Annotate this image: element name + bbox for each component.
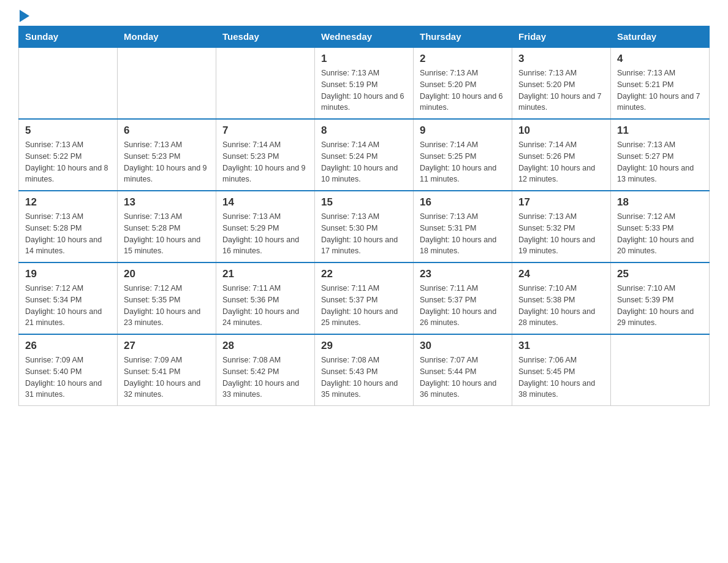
calendar-cell: 24Sunrise: 7:10 AM Sunset: 5:38 PM Dayli… xyxy=(512,262,611,334)
calendar-cell: 10Sunrise: 7:14 AM Sunset: 5:26 PM Dayli… xyxy=(512,119,611,191)
calendar-cell: 11Sunrise: 7:13 AM Sunset: 5:27 PM Dayli… xyxy=(611,119,710,191)
calendar-cell: 1Sunrise: 7:13 AM Sunset: 5:19 PM Daylig… xyxy=(315,47,414,119)
day-number: 27 xyxy=(124,340,210,352)
calendar-cell: 12Sunrise: 7:13 AM Sunset: 5:28 PM Dayli… xyxy=(19,191,118,262)
day-sun-info: Sunrise: 7:12 AM Sunset: 5:33 PM Dayligh… xyxy=(617,211,703,257)
day-sun-info: Sunrise: 7:07 AM Sunset: 5:44 PM Dayligh… xyxy=(420,354,506,400)
day-sun-info: Sunrise: 7:11 AM Sunset: 5:37 PM Dayligh… xyxy=(321,283,407,329)
day-number: 20 xyxy=(124,268,210,280)
calendar-cell: 21Sunrise: 7:11 AM Sunset: 5:36 PM Dayli… xyxy=(216,262,315,334)
day-sun-info: Sunrise: 7:13 AM Sunset: 5:20 PM Dayligh… xyxy=(518,67,604,113)
calendar-cell: 5Sunrise: 7:13 AM Sunset: 5:22 PM Daylig… xyxy=(19,119,118,191)
calendar-table: SundayMondayTuesdayWednesdayThursdayFrid… xyxy=(18,26,710,406)
logo xyxy=(18,12,29,20)
weekday-header-friday: Friday xyxy=(512,26,611,48)
day-sun-info: Sunrise: 7:13 AM Sunset: 5:21 PM Dayligh… xyxy=(617,67,703,113)
calendar-cell: 23Sunrise: 7:11 AM Sunset: 5:37 PM Dayli… xyxy=(414,262,512,334)
day-number: 9 xyxy=(420,124,506,137)
day-number: 8 xyxy=(321,124,407,137)
calendar-cell: 26Sunrise: 7:09 AM Sunset: 5:40 PM Dayli… xyxy=(19,334,118,406)
week-row-4: 19Sunrise: 7:12 AM Sunset: 5:34 PM Dayli… xyxy=(19,262,710,334)
day-number: 4 xyxy=(617,53,703,65)
day-sun-info: Sunrise: 7:11 AM Sunset: 5:37 PM Dayligh… xyxy=(420,283,506,329)
calendar-cell xyxy=(611,334,710,406)
day-number: 3 xyxy=(518,53,604,65)
calendar-cell xyxy=(118,47,216,119)
day-sun-info: Sunrise: 7:14 AM Sunset: 5:23 PM Dayligh… xyxy=(222,139,308,185)
calendar-cell: 31Sunrise: 7:06 AM Sunset: 5:45 PM Dayli… xyxy=(512,334,611,406)
calendar-cell: 8Sunrise: 7:14 AM Sunset: 5:24 PM Daylig… xyxy=(315,119,414,191)
calendar-cell: 16Sunrise: 7:13 AM Sunset: 5:31 PM Dayli… xyxy=(414,191,512,262)
weekday-header-saturday: Saturday xyxy=(611,26,710,48)
day-sun-info: Sunrise: 7:14 AM Sunset: 5:24 PM Dayligh… xyxy=(321,139,407,185)
page-header xyxy=(18,12,710,20)
calendar-cell xyxy=(19,47,118,119)
day-number: 17 xyxy=(518,196,604,209)
day-sun-info: Sunrise: 7:12 AM Sunset: 5:34 PM Dayligh… xyxy=(25,283,111,329)
day-sun-info: Sunrise: 7:13 AM Sunset: 5:31 PM Dayligh… xyxy=(420,211,506,257)
day-number: 28 xyxy=(222,340,308,352)
weekday-header-sunday: Sunday xyxy=(19,26,118,48)
calendar-cell: 13Sunrise: 7:13 AM Sunset: 5:28 PM Dayli… xyxy=(118,191,216,262)
day-number: 10 xyxy=(518,124,604,137)
day-number: 21 xyxy=(222,268,308,280)
day-sun-info: Sunrise: 7:13 AM Sunset: 5:27 PM Dayligh… xyxy=(617,139,703,185)
day-sun-info: Sunrise: 7:13 AM Sunset: 5:29 PM Dayligh… xyxy=(222,211,308,257)
day-number: 19 xyxy=(25,268,111,280)
day-number: 22 xyxy=(321,268,407,280)
day-sun-info: Sunrise: 7:08 AM Sunset: 5:43 PM Dayligh… xyxy=(321,354,407,400)
day-sun-info: Sunrise: 7:10 AM Sunset: 5:39 PM Dayligh… xyxy=(617,283,703,329)
week-row-3: 12Sunrise: 7:13 AM Sunset: 5:28 PM Dayli… xyxy=(19,191,710,262)
calendar-cell: 27Sunrise: 7:09 AM Sunset: 5:41 PM Dayli… xyxy=(118,334,216,406)
day-number: 6 xyxy=(124,124,210,137)
day-sun-info: Sunrise: 7:09 AM Sunset: 5:40 PM Dayligh… xyxy=(25,354,111,400)
calendar-cell: 19Sunrise: 7:12 AM Sunset: 5:34 PM Dayli… xyxy=(19,262,118,334)
day-number: 14 xyxy=(222,196,308,209)
day-sun-info: Sunrise: 7:08 AM Sunset: 5:42 PM Dayligh… xyxy=(222,354,308,400)
logo-arrow-icon xyxy=(20,10,29,22)
day-number: 11 xyxy=(617,124,703,137)
day-number: 12 xyxy=(25,196,111,209)
calendar-cell: 2Sunrise: 7:13 AM Sunset: 5:20 PM Daylig… xyxy=(414,47,512,119)
weekday-header-monday: Monday xyxy=(118,26,216,48)
weekday-header-wednesday: Wednesday xyxy=(315,26,414,48)
day-sun-info: Sunrise: 7:09 AM Sunset: 5:41 PM Dayligh… xyxy=(124,354,210,400)
day-number: 7 xyxy=(222,124,308,137)
calendar-cell: 9Sunrise: 7:14 AM Sunset: 5:25 PM Daylig… xyxy=(414,119,512,191)
day-sun-info: Sunrise: 7:14 AM Sunset: 5:26 PM Dayligh… xyxy=(518,139,604,185)
calendar-cell: 17Sunrise: 7:13 AM Sunset: 5:32 PM Dayli… xyxy=(512,191,611,262)
calendar-cell: 25Sunrise: 7:10 AM Sunset: 5:39 PM Dayli… xyxy=(611,262,710,334)
day-sun-info: Sunrise: 7:13 AM Sunset: 5:28 PM Dayligh… xyxy=(124,211,210,257)
week-row-2: 5Sunrise: 7:13 AM Sunset: 5:22 PM Daylig… xyxy=(19,119,710,191)
day-number: 30 xyxy=(420,340,506,352)
calendar-cell: 15Sunrise: 7:13 AM Sunset: 5:30 PM Dayli… xyxy=(315,191,414,262)
week-row-1: 1Sunrise: 7:13 AM Sunset: 5:19 PM Daylig… xyxy=(19,47,710,119)
calendar-cell: 7Sunrise: 7:14 AM Sunset: 5:23 PM Daylig… xyxy=(216,119,315,191)
week-row-5: 26Sunrise: 7:09 AM Sunset: 5:40 PM Dayli… xyxy=(19,334,710,406)
day-number: 16 xyxy=(420,196,506,209)
calendar-cell: 22Sunrise: 7:11 AM Sunset: 5:37 PM Dayli… xyxy=(315,262,414,334)
day-sun-info: Sunrise: 7:14 AM Sunset: 5:25 PM Dayligh… xyxy=(420,139,506,185)
calendar-cell: 3Sunrise: 7:13 AM Sunset: 5:20 PM Daylig… xyxy=(512,47,611,119)
weekday-header-thursday: Thursday xyxy=(414,26,512,48)
day-number: 1 xyxy=(321,53,407,65)
day-sun-info: Sunrise: 7:11 AM Sunset: 5:36 PM Dayligh… xyxy=(222,283,308,329)
day-sun-info: Sunrise: 7:13 AM Sunset: 5:20 PM Dayligh… xyxy=(420,67,506,113)
day-number: 5 xyxy=(25,124,111,137)
day-sun-info: Sunrise: 7:13 AM Sunset: 5:23 PM Dayligh… xyxy=(124,139,210,185)
day-number: 26 xyxy=(25,340,111,352)
day-sun-info: Sunrise: 7:12 AM Sunset: 5:35 PM Dayligh… xyxy=(124,283,210,329)
calendar-cell: 20Sunrise: 7:12 AM Sunset: 5:35 PM Dayli… xyxy=(118,262,216,334)
day-sun-info: Sunrise: 7:10 AM Sunset: 5:38 PM Dayligh… xyxy=(518,283,604,329)
weekday-header-tuesday: Tuesday xyxy=(216,26,315,48)
weekday-header-row: SundayMondayTuesdayWednesdayThursdayFrid… xyxy=(19,26,710,48)
day-number: 13 xyxy=(124,196,210,209)
day-number: 24 xyxy=(518,268,604,280)
calendar-cell: 6Sunrise: 7:13 AM Sunset: 5:23 PM Daylig… xyxy=(118,119,216,191)
day-number: 23 xyxy=(420,268,506,280)
calendar-cell: 14Sunrise: 7:13 AM Sunset: 5:29 PM Dayli… xyxy=(216,191,315,262)
calendar-cell: 18Sunrise: 7:12 AM Sunset: 5:33 PM Dayli… xyxy=(611,191,710,262)
day-sun-info: Sunrise: 7:13 AM Sunset: 5:22 PM Dayligh… xyxy=(25,139,111,185)
day-number: 31 xyxy=(518,340,604,352)
day-sun-info: Sunrise: 7:13 AM Sunset: 5:19 PM Dayligh… xyxy=(321,67,407,113)
